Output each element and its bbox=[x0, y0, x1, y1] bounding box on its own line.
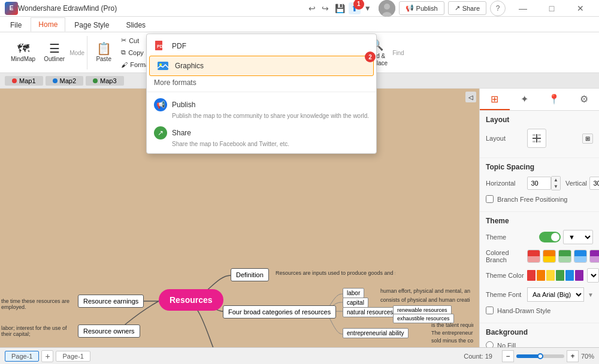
horizontal-input[interactable] bbox=[527, 177, 551, 190]
tab-home[interactable]: Home bbox=[31, 17, 65, 32]
share-item[interactable]: ↗ Share Share the map to Facebook and Tw… bbox=[147, 123, 376, 151]
theme-color-blue[interactable] bbox=[565, 270, 574, 281]
branch-color-1[interactable] bbox=[527, 250, 540, 263]
theme-select[interactable]: ▼ bbox=[563, 230, 593, 244]
zoom-level: 70% bbox=[581, 353, 594, 360]
zoom-slider[interactable] bbox=[516, 354, 564, 358]
node-definition[interactable]: Definition bbox=[231, 268, 269, 281]
graphics-icon bbox=[157, 60, 169, 72]
theme-color-purple[interactable] bbox=[575, 270, 583, 281]
count-display: Count: 19 bbox=[464, 353, 492, 360]
tab-slides[interactable]: Slides bbox=[118, 18, 153, 32]
mode-label: Mode bbox=[69, 50, 84, 56]
dropdown-divider-1 bbox=[147, 92, 376, 92]
branch-color-4[interactable] bbox=[574, 250, 587, 263]
theme-color-yellow[interactable] bbox=[546, 270, 555, 281]
redo-button[interactable]: ↪ bbox=[319, 2, 331, 14]
publish-item[interactable]: 📢 Publish Publish the map to the communi… bbox=[147, 95, 376, 123]
theme-color-orange[interactable] bbox=[537, 270, 545, 281]
panel-tab-layout[interactable]: ⊞ bbox=[480, 89, 510, 110]
panel-tab-location[interactable]: 📍 bbox=[540, 89, 570, 110]
layout-option-button[interactable]: ⊞ bbox=[582, 134, 593, 144]
branch-color-3[interactable] bbox=[558, 250, 571, 263]
tab-file[interactable]: File bbox=[2, 18, 29, 32]
paste-button[interactable]: 📋 Paste bbox=[91, 38, 116, 68]
share-menu-icon: ↗ bbox=[154, 126, 167, 139]
panel-tab-settings[interactable]: ⚙ bbox=[569, 89, 599, 110]
topic-spacing-title: Topic Spacing bbox=[486, 163, 593, 171]
node-resource-earnings[interactable]: Resource earnings bbox=[78, 295, 144, 308]
font-dropdown-arrow: ▼ bbox=[588, 292, 594, 298]
page-tab-edit[interactable]: Page-1 bbox=[56, 351, 90, 362]
undo-button[interactable]: ↩ bbox=[306, 2, 318, 14]
branch-color-5[interactable] bbox=[589, 250, 599, 263]
publish-icon: 📢 bbox=[406, 4, 414, 12]
background-title: Background bbox=[486, 328, 593, 336]
branch-color-2[interactable] bbox=[543, 250, 556, 263]
publish-button[interactable]: 📢 Publish bbox=[399, 1, 444, 15]
paste-icon: 📋 bbox=[96, 43, 111, 54]
hand-drawn-checkbox[interactable] bbox=[486, 307, 494, 314]
theme-color-label: Theme Color bbox=[486, 272, 525, 279]
publish-menu-icon: 📢 bbox=[154, 98, 167, 111]
zoom-out-button[interactable]: − bbox=[502, 350, 514, 362]
horizontal-spin-down[interactable]: ▼ bbox=[552, 183, 560, 190]
layout-selector[interactable] bbox=[527, 129, 546, 148]
node-natural-resources[interactable]: natural resources bbox=[343, 307, 397, 317]
page-tab-1[interactable]: Page-1 bbox=[5, 351, 39, 362]
svg-rect-6 bbox=[538, 134, 541, 136]
branch-color-group bbox=[527, 250, 599, 263]
node-resource-owners[interactable]: Resource owners bbox=[78, 324, 140, 338]
vertical-input[interactable] bbox=[589, 177, 599, 190]
theme-toggle-area: ▼ bbox=[539, 230, 593, 244]
theme-toggle[interactable] bbox=[539, 232, 561, 242]
toolbar-mode-group: 🗺 MindMap ☰ Outliner Mode bbox=[5, 36, 87, 69]
maximize-button[interactable]: □ bbox=[538, 0, 565, 17]
theme-colors bbox=[527, 270, 583, 281]
mindmap-button[interactable]: 🗺 MindMap bbox=[7, 38, 39, 68]
no-fill-row: No Fill bbox=[486, 341, 593, 347]
export-graphics-item[interactable]: Graphics 2 bbox=[149, 56, 374, 76]
share-icon: ↗ bbox=[455, 4, 460, 12]
share-button[interactable]: ↗ Share bbox=[448, 1, 486, 15]
export-button[interactable]: ⬆ 1 bbox=[349, 2, 361, 14]
node-four-broad[interactable]: Four broad categories of resources bbox=[223, 305, 336, 318]
panel-tab-style[interactable]: ✦ bbox=[510, 89, 540, 110]
map-tab-2[interactable]: Map2 bbox=[46, 76, 84, 86]
node-capital[interactable]: capital bbox=[343, 298, 368, 308]
hand-drawn-label: Hand-Drawn Style bbox=[497, 307, 550, 314]
help-button[interactable]: ? bbox=[490, 1, 506, 16]
user-avatar[interactable] bbox=[379, 0, 395, 17]
export-pdf-item[interactable]: PDF PDF bbox=[147, 37, 376, 56]
share-desc: Share the map to Facebook and Twitter, e… bbox=[172, 141, 369, 147]
theme-font-select[interactable]: Aa Arial (Big) bbox=[527, 287, 584, 302]
tab-page-style[interactable]: Page Style bbox=[66, 18, 117, 32]
theme-section: Theme Theme ▼ Colored Branch bbox=[480, 212, 599, 323]
map-tab-1[interactable]: Map1 bbox=[5, 76, 43, 86]
zoom-in-button[interactable]: + bbox=[567, 350, 579, 362]
add-page-button[interactable]: + bbox=[41, 350, 53, 362]
theme-color-red[interactable] bbox=[527, 270, 536, 281]
vertical-spinner: ▲ ▼ bbox=[589, 176, 599, 190]
title-bar: E Wondershare EdrawMind (Pro) ↩ ↪ 💾 ⬆ 1 … bbox=[0, 0, 599, 17]
horizontal-spin-up[interactable]: ▲ bbox=[552, 177, 560, 183]
branch-free-checkbox[interactable] bbox=[486, 195, 494, 203]
expand-panel-button[interactable]: ◁ bbox=[465, 92, 476, 102]
topic-spacing-section: Topic Spacing Horizontal ▲ ▼ Vertical ▲ … bbox=[480, 158, 599, 212]
zoom-slider-handle[interactable] bbox=[537, 353, 543, 359]
theme-font-row: Theme Font Aa Arial (Big) ▼ bbox=[486, 287, 593, 302]
node-labor[interactable]: labor bbox=[343, 288, 364, 298]
center-node[interactable]: Resources bbox=[159, 289, 223, 311]
map-tab-3[interactable]: Map3 bbox=[86, 76, 124, 86]
no-fill-radio[interactable] bbox=[486, 341, 494, 347]
save-button[interactable]: 💾 bbox=[332, 2, 347, 14]
node-entrepreneurial[interactable]: entrepreneurial ability bbox=[343, 328, 409, 338]
theme-color-select[interactable]: ▼ bbox=[587, 268, 599, 283]
more-formats-item[interactable]: More formats bbox=[147, 76, 376, 89]
mindmap-icon: 🗺 bbox=[17, 43, 29, 54]
minimize-button[interactable]: — bbox=[509, 0, 537, 17]
close-button[interactable]: ✕ bbox=[567, 0, 594, 17]
format-painter-icon: 🖌 bbox=[121, 61, 128, 68]
theme-color-green[interactable] bbox=[556, 270, 564, 281]
outliner-button[interactable]: ☰ Outliner bbox=[40, 38, 68, 68]
